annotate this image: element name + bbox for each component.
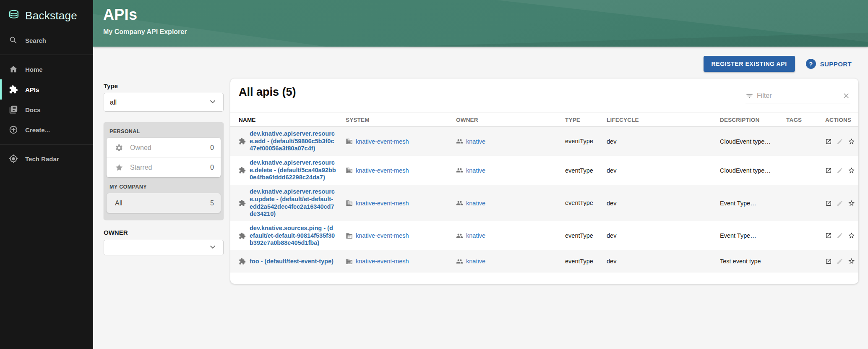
starred-filter-item[interactable]: Starred 0 (107, 157, 221, 177)
edit-icon[interactable] (837, 137, 843, 146)
add-circle-icon (9, 125, 18, 134)
type-cell: eventType (565, 134, 607, 148)
sidebar-item-home[interactable]: Home (0, 59, 93, 79)
owner-cell: knative (456, 229, 565, 243)
clear-filter-icon[interactable] (842, 92, 850, 100)
backstage-logo[interactable]: Backstage (0, 0, 93, 30)
actions-cell (825, 195, 858, 211)
type-filter-value: all (110, 99, 117, 106)
owner-link[interactable]: knative (466, 200, 485, 207)
puzzle-icon (239, 232, 246, 239)
actions-cell (825, 228, 858, 244)
name-cell: dev.knative.apiserver.resource.update - … (230, 185, 346, 221)
table-header-row: NAME SYSTEM OWNER TYPE LIFECYCLE DESCRIP… (230, 113, 858, 127)
lifecycle-cell: dev (607, 229, 720, 242)
system-icon (346, 167, 353, 174)
column-header-name[interactable]: NAME (230, 117, 346, 123)
sidebar-item-search[interactable]: Search (0, 30, 93, 50)
owner-filter-label: OWNER (104, 229, 224, 236)
system-cell: knative-event-mesh (346, 196, 456, 210)
table-row: dev.knative.apiserver.resource.add - (de… (230, 127, 858, 156)
table-row: dev.knative.apiserver.resource.update - … (230, 185, 858, 221)
owned-filter-item[interactable]: Owned 0 (107, 138, 221, 157)
register-existing-api-button[interactable]: REGISTER EXISTING API (704, 56, 795, 72)
open-in-new-icon[interactable] (825, 199, 832, 207)
owner-link[interactable]: knative (466, 232, 485, 239)
system-link[interactable]: knative-event-mesh (356, 200, 409, 207)
description-cell: Event Type… (720, 229, 786, 242)
radar-icon (9, 154, 18, 163)
sidebar-item-tech-radar[interactable]: Tech Radar (0, 149, 93, 169)
owner-filter-select[interactable] (104, 240, 224, 255)
sidebar-divider (0, 55, 93, 55)
open-in-new-icon[interactable] (825, 166, 832, 175)
owner-link[interactable]: knative (466, 258, 485, 265)
type-filter-select[interactable]: all (104, 93, 224, 112)
actions-cell (825, 134, 858, 150)
all-filter-item[interactable]: All 5 (107, 193, 221, 213)
lifecycle-cell: dev (607, 255, 720, 268)
api-name-link[interactable]: dev.knative.apiserver.resource.update - … (250, 188, 336, 218)
system-link[interactable]: knative-event-mesh (356, 258, 409, 265)
table-filter-input[interactable] (757, 92, 839, 100)
actions-cell (825, 163, 858, 178)
sidebar-divider (0, 144, 93, 144)
owner-cell: knative (456, 134, 565, 148)
owner-link[interactable]: knative (466, 167, 485, 174)
api-name-link[interactable]: dev.knative.apiserver.resource.add - (de… (250, 130, 336, 152)
group-icon (456, 258, 463, 265)
column-header-description[interactable]: DESCRIPTION (720, 117, 786, 123)
owner-link[interactable]: knative (466, 138, 485, 145)
chevron-down-icon (208, 97, 217, 108)
system-link[interactable]: knative-event-mesh (356, 167, 409, 174)
api-name-link[interactable]: foo - (default/test-event-type) (250, 258, 336, 265)
star-border-icon[interactable] (848, 166, 855, 175)
type-filter-label: Type (104, 82, 224, 89)
open-in-new-icon[interactable] (825, 257, 832, 265)
open-in-new-icon[interactable] (825, 231, 832, 240)
column-header-owner[interactable]: OWNER (456, 117, 565, 123)
star-border-icon[interactable] (848, 257, 855, 266)
name-cell: dev.knative.apiserver.resource.add - (de… (230, 127, 346, 156)
edit-icon[interactable] (837, 166, 843, 175)
sidebar: Backstage Search Home APIs Docs (0, 0, 93, 349)
table-title: All apis (5) (239, 86, 296, 99)
column-header-lifecycle[interactable]: LIFECYCLE (607, 117, 720, 123)
sidebar-item-create[interactable]: Create... (0, 120, 93, 140)
system-icon (346, 199, 353, 207)
open-in-new-icon[interactable] (825, 137, 832, 146)
support-button[interactable]: ? SUPPORT (806, 59, 852, 69)
edit-icon[interactable] (837, 231, 843, 240)
owned-filter-label: Owned (130, 144, 210, 152)
table-row: foo - (default/test-event-type) knative-… (230, 250, 858, 273)
personal-picker-card: Owned 0 Starred 0 (107, 138, 221, 177)
column-header-system[interactable]: SYSTEM (346, 117, 456, 123)
api-table-card: All apis (5) NAME SYSTEM OWNER TYPE LIFE… (230, 79, 858, 284)
star-border-icon[interactable] (848, 137, 855, 146)
type-cell: eventType (565, 228, 607, 243)
sidebar-item-apis[interactable]: APIs (0, 79, 93, 100)
system-link[interactable]: knative-event-mesh (356, 138, 409, 145)
table-body: dev.knative.apiserver.resource.add - (de… (230, 127, 858, 273)
edit-icon[interactable] (837, 257, 843, 265)
star-border-icon[interactable] (848, 199, 855, 208)
page-header: APIs My Company API Explorer (93, 0, 868, 47)
system-cell: knative-event-mesh (346, 255, 456, 268)
column-header-type[interactable]: TYPE (565, 117, 607, 123)
description-cell: Event Type… (720, 197, 786, 210)
sidebar-item-docs[interactable]: Docs (0, 100, 93, 120)
api-name-link[interactable]: dev.knative.sources.ping - (default/et-d… (250, 225, 336, 247)
system-icon (346, 232, 353, 239)
edit-icon[interactable] (837, 199, 843, 207)
star-icon (115, 163, 123, 172)
system-link[interactable]: knative-event-mesh (356, 232, 409, 239)
star-border-icon[interactable] (848, 231, 855, 240)
personal-group-label: PERSONAL (107, 126, 221, 138)
column-header-tags[interactable]: TAGS (786, 117, 825, 123)
column-header-actions: ACTIONS (825, 117, 858, 123)
owner-filter-block: OWNER (104, 229, 224, 255)
api-name-link[interactable]: dev.knative.apiserver.resource.delete - … (250, 159, 336, 181)
backstage-logo-icon (8, 8, 20, 23)
name-cell: dev.knative.apiserver.resource.delete - … (230, 156, 346, 185)
entity-picker-group: PERSONAL Owned 0 Starred 0 MY COM (104, 122, 224, 220)
